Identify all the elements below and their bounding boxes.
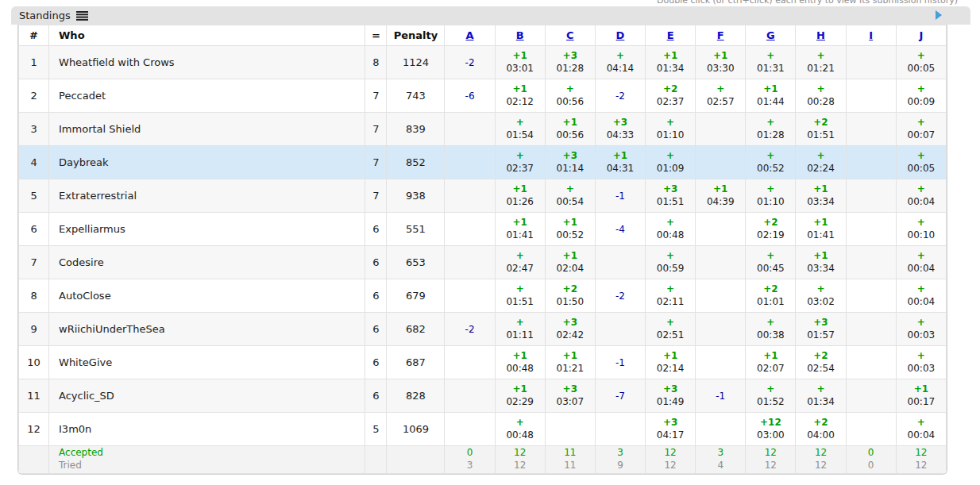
problem-cell-H[interactable]: +201:51 bbox=[796, 113, 846, 146]
problem-cell-J[interactable]: +00:04 bbox=[896, 413, 946, 446]
standings-row[interactable]: 8AutoClose6679+01:51+201:50-2+02:11+201:… bbox=[19, 279, 947, 313]
problem-link-E[interactable]: E bbox=[667, 29, 674, 41]
problem-cell-B[interactable]: +101:41 bbox=[495, 213, 545, 246]
problem-cell-H[interactable]: +101:41 bbox=[796, 213, 846, 246]
problem-cell-C[interactable]: +100:52 bbox=[545, 213, 595, 246]
standings-row[interactable]: 7Codesire6653+02:47+102:04+00:59+00:45+1… bbox=[19, 246, 947, 279]
standings-row[interactable]: 5Extraterrestrial7938+101:26+00:54-1+301… bbox=[19, 179, 947, 213]
problem-cell-C[interactable]: +301:14 bbox=[545, 146, 595, 179]
problem-cell-E[interactable]: +202:37 bbox=[646, 79, 696, 113]
problem-cell-E[interactable]: +02:11 bbox=[646, 279, 696, 313]
standings-row[interactable]: 12I3m0n51069+00:48+304:17+1203:00+204:00… bbox=[19, 413, 947, 446]
standings-row[interactable]: 4Daybreak7852+02:37+301:14+104:31+01:09+… bbox=[19, 146, 947, 179]
problem-cell-J[interactable]: +00:05 bbox=[896, 146, 946, 179]
problem-cell-D[interactable]: +104:31 bbox=[595, 146, 645, 179]
problem-cell-F[interactable]: +02:57 bbox=[696, 79, 746, 113]
problem-cell-G[interactable]: +202:19 bbox=[746, 213, 796, 246]
problem-cell-E[interactable]: +01:09 bbox=[646, 146, 696, 179]
problem-link-H[interactable]: H bbox=[816, 29, 825, 41]
standings-row[interactable]: 1Wheatfield with Crows81124-2+103:01+301… bbox=[19, 46, 947, 79]
problem-cell-E[interactable]: +301:49 bbox=[646, 379, 696, 413]
problem-cell-J[interactable]: +00:04 bbox=[896, 246, 946, 279]
problem-cell-C[interactable]: +201:50 bbox=[545, 279, 595, 313]
problem-cell-B[interactable]: +102:12 bbox=[495, 79, 545, 113]
problem-cell-E[interactable]: +102:14 bbox=[646, 346, 696, 379]
problem-cell-H[interactable]: +202:54 bbox=[796, 346, 846, 379]
problem-cell-B[interactable]: +101:26 bbox=[495, 179, 545, 213]
problem-cell-E[interactable]: +101:34 bbox=[646, 46, 696, 79]
problem-cell-F[interactable]: +103:30 bbox=[696, 46, 746, 79]
problem-cell-H[interactable]: +03:02 bbox=[796, 279, 846, 313]
problem-cell-H[interactable]: +103:34 bbox=[796, 179, 846, 213]
problem-cell-G[interactable]: +101:44 bbox=[746, 79, 796, 113]
problem-cell-J[interactable]: +00:07 bbox=[896, 113, 946, 146]
problem-cell-G[interactable]: +00:52 bbox=[746, 146, 796, 179]
problem-cell-F[interactable]: +104:39 bbox=[696, 179, 746, 213]
problem-link-J[interactable]: J bbox=[919, 29, 923, 41]
problem-cell-J[interactable]: +00:05 bbox=[896, 46, 946, 79]
problem-link-G[interactable]: G bbox=[766, 29, 775, 41]
problem-cell-C[interactable]: +302:42 bbox=[545, 313, 595, 346]
problem-cell-B[interactable]: +102:29 bbox=[495, 379, 545, 413]
problem-cell-C[interactable]: +301:28 bbox=[545, 46, 595, 79]
problem-cell-D[interactable]: -2 bbox=[595, 279, 645, 313]
problem-link-B[interactable]: B bbox=[516, 29, 524, 41]
problem-cell-J[interactable]: +00:10 bbox=[896, 213, 946, 246]
problem-cell-E[interactable]: +01:10 bbox=[646, 113, 696, 146]
problem-cell-F[interactable]: -1 bbox=[696, 379, 746, 413]
problem-cell-G[interactable]: +01:28 bbox=[746, 113, 796, 146]
problem-cell-D[interactable]: -1 bbox=[595, 346, 645, 379]
problem-cell-D[interactable]: -1 bbox=[595, 179, 645, 213]
problem-cell-B[interactable]: +01:54 bbox=[495, 113, 545, 146]
problem-cell-C[interactable]: +101:21 bbox=[545, 346, 595, 379]
problem-cell-G[interactable]: +01:52 bbox=[746, 379, 796, 413]
standings-row[interactable]: 9wRiichiUnderTheSea6682-2+01:11+302:42+0… bbox=[19, 313, 947, 346]
problem-cell-G[interactable]: +01:31 bbox=[746, 46, 796, 79]
problem-cell-C[interactable]: +00:54 bbox=[545, 179, 595, 213]
problem-cell-G[interactable]: +1203:00 bbox=[746, 413, 796, 446]
standings-row[interactable]: 6Expelliarmus6551+101:41+100:52-4+00:48+… bbox=[19, 213, 947, 246]
problem-cell-E[interactable]: +00:59 bbox=[646, 246, 696, 279]
problem-cell-J[interactable]: +00:03 bbox=[896, 346, 946, 379]
problem-link-A[interactable]: A bbox=[466, 29, 474, 41]
problem-cell-B[interactable]: +02:47 bbox=[495, 246, 545, 279]
problem-cell-J[interactable]: +00:04 bbox=[896, 279, 946, 313]
standings-row[interactable]: 11Acyclic_SD6828+102:29+303:07-7+301:49-… bbox=[19, 379, 947, 413]
problem-cell-B[interactable]: +103:01 bbox=[495, 46, 545, 79]
problem-cell-G[interactable]: +01:10 bbox=[746, 179, 796, 213]
problem-cell-D[interactable]: -2 bbox=[595, 79, 645, 113]
problem-cell-B[interactable]: +02:37 bbox=[495, 146, 545, 179]
problem-cell-B[interactable]: +01:11 bbox=[495, 313, 545, 346]
problem-cell-D[interactable]: -7 bbox=[595, 379, 645, 413]
problem-cell-H[interactable]: +103:34 bbox=[796, 246, 846, 279]
problem-cell-G[interactable]: +102:07 bbox=[746, 346, 796, 379]
problem-cell-J[interactable]: +00:09 bbox=[896, 79, 946, 113]
problem-cell-A[interactable]: -6 bbox=[445, 79, 495, 113]
problem-cell-D[interactable]: +04:14 bbox=[595, 46, 645, 79]
right-arrow-icon[interactable] bbox=[936, 10, 942, 20]
problem-cell-C[interactable]: +00:56 bbox=[545, 79, 595, 113]
problem-cell-B[interactable]: +100:48 bbox=[495, 346, 545, 379]
problem-cell-E[interactable]: +301:51 bbox=[646, 179, 696, 213]
problem-cell-H[interactable]: +301:57 bbox=[796, 313, 846, 346]
problem-cell-E[interactable]: +00:48 bbox=[646, 213, 696, 246]
problem-cell-E[interactable]: +304:17 bbox=[646, 413, 696, 446]
problem-cell-H[interactable]: +204:00 bbox=[796, 413, 846, 446]
problem-cell-J[interactable]: +00:03 bbox=[896, 313, 946, 346]
problem-cell-H[interactable]: +02:24 bbox=[796, 146, 846, 179]
standings-row[interactable]: 3Immortal Shield7839+01:54+100:56+304:33… bbox=[19, 113, 947, 146]
problem-link-C[interactable]: C bbox=[566, 29, 574, 41]
problem-cell-C[interactable]: +100:56 bbox=[545, 113, 595, 146]
problem-cell-A[interactable]: -2 bbox=[445, 313, 495, 346]
problem-cell-G[interactable]: +00:45 bbox=[746, 246, 796, 279]
problem-cell-E[interactable]: +02:51 bbox=[646, 313, 696, 346]
standings-row[interactable]: 10WhiteGive6687+100:48+101:21-1+102:14+1… bbox=[19, 346, 947, 379]
problem-link-I[interactable]: I bbox=[869, 29, 873, 41]
problem-cell-H[interactable]: +01:34 bbox=[796, 379, 846, 413]
problem-link-F[interactable]: F bbox=[717, 29, 724, 41]
problem-cell-D[interactable]: -4 bbox=[595, 213, 645, 246]
standings-row[interactable]: 2Peccadet7743-6+102:12+00:56-2+202:37+02… bbox=[19, 79, 947, 113]
problem-cell-G[interactable]: +00:38 bbox=[746, 313, 796, 346]
problem-cell-J[interactable]: +00:04 bbox=[896, 179, 946, 213]
problem-cell-G[interactable]: +201:01 bbox=[746, 279, 796, 313]
